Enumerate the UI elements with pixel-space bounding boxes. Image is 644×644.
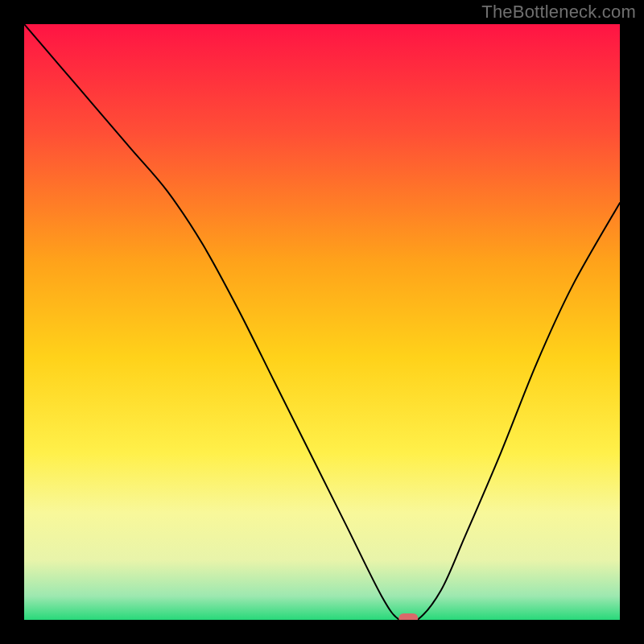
chart-frame: TheBottleneck.com <box>0 0 644 644</box>
watermark-text: TheBottleneck.com <box>481 2 636 23</box>
gradient-background <box>24 24 620 620</box>
plot-area <box>24 24 620 620</box>
chart-svg <box>24 24 620 620</box>
optimal-marker <box>398 613 418 620</box>
